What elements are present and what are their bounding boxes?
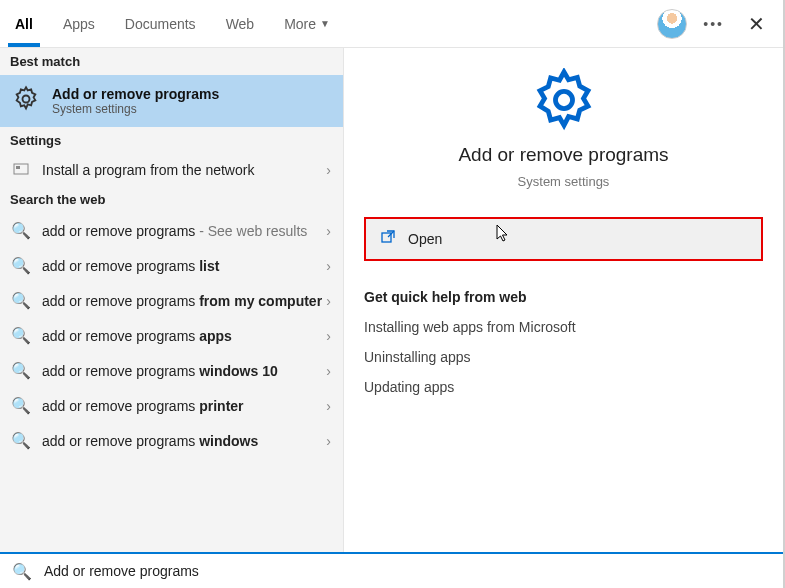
svg-point-3 — [555, 91, 572, 108]
best-match-subtitle: System settings — [52, 102, 219, 116]
web-result-text: add or remove programs list — [42, 258, 331, 274]
help-item-2[interactable]: Updating apps — [364, 379, 763, 395]
search-icon: 🔍 — [12, 396, 30, 415]
search-tabs: All Apps Documents Web More▼ — [0, 0, 345, 47]
open-button-label: Open — [408, 231, 442, 247]
search-input-text: Add or remove programs — [44, 563, 199, 579]
preview-title: Add or remove programs — [458, 144, 668, 166]
tab-documents[interactable]: Documents — [110, 0, 211, 47]
section-search-web: Search the web — [0, 186, 343, 213]
web-result-4[interactable]: 🔍 add or remove programs windows 10 › — [0, 353, 343, 388]
preview-subtitle: System settings — [518, 174, 610, 189]
search-icon: 🔍 — [12, 221, 30, 240]
tab-web[interactable]: Web — [211, 0, 270, 47]
search-icon: 🔍 — [12, 361, 30, 380]
chevron-right-icon: › — [326, 258, 331, 274]
best-match-item[interactable]: Add or remove programs System settings — [0, 75, 343, 127]
web-result-3[interactable]: 🔍 add or remove programs apps › — [0, 318, 343, 353]
web-result-6[interactable]: 🔍 add or remove programs windows › — [0, 423, 343, 458]
chevron-right-icon: › — [326, 363, 331, 379]
tab-apps[interactable]: Apps — [48, 0, 110, 47]
web-result-text: add or remove programs windows 10 — [42, 363, 331, 379]
help-header: Get quick help from web — [364, 289, 763, 305]
section-best-match: Best match — [0, 48, 343, 75]
search-icon: 🔍 — [12, 562, 32, 581]
gear-icon — [12, 85, 40, 117]
web-result-text: add or remove programs windows — [42, 433, 331, 449]
web-result-text: add or remove programs - See web results — [42, 223, 331, 239]
search-bar[interactable]: 🔍 Add or remove programs — [0, 552, 783, 588]
settings-item-label: Install a program from the network — [42, 162, 331, 178]
web-result-text: add or remove programs apps — [42, 328, 331, 344]
chevron-down-icon: ▼ — [320, 18, 330, 29]
more-options-icon[interactable]: ••• — [703, 16, 724, 32]
chevron-right-icon: › — [326, 223, 331, 239]
web-result-5[interactable]: 🔍 add or remove programs printer › — [0, 388, 343, 423]
help-item-1[interactable]: Uninstalling apps — [364, 349, 763, 365]
search-icon: 🔍 — [12, 256, 30, 275]
search-icon: 🔍 — [12, 291, 30, 310]
preview-panel: Add or remove programs System settings O… — [344, 48, 783, 552]
tab-more[interactable]: More▼ — [269, 0, 345, 47]
close-icon[interactable]: ✕ — [740, 12, 773, 36]
web-result-1[interactable]: 🔍 add or remove programs list › — [0, 248, 343, 283]
web-result-text: add or remove programs from my computer — [42, 293, 331, 309]
tab-all[interactable]: All — [0, 0, 48, 47]
chevron-right-icon: › — [326, 293, 331, 309]
top-bar: All Apps Documents Web More▼ ••• ✕ — [0, 0, 783, 48]
chevron-right-icon: › — [326, 162, 331, 178]
help-item-0[interactable]: Installing web apps from Microsoft — [364, 319, 763, 335]
chevron-right-icon: › — [326, 398, 331, 414]
search-icon: 🔍 — [12, 431, 30, 450]
svg-rect-2 — [16, 166, 20, 169]
open-button[interactable]: Open — [364, 217, 763, 261]
user-avatar[interactable] — [657, 9, 687, 39]
section-settings: Settings — [0, 127, 343, 154]
svg-point-0 — [23, 96, 30, 103]
best-match-title: Add or remove programs — [52, 86, 219, 102]
program-icon — [12, 162, 30, 178]
search-icon: 🔍 — [12, 326, 30, 345]
results-panel: Best match Add or remove programs System… — [0, 48, 344, 552]
chevron-right-icon: › — [326, 433, 331, 449]
gear-icon — [532, 68, 596, 136]
top-right-controls: ••• ✕ — [657, 9, 773, 39]
tab-more-label: More — [284, 16, 316, 32]
chevron-right-icon: › — [326, 328, 331, 344]
preview-hero: Add or remove programs System settings — [364, 68, 763, 189]
web-result-text: add or remove programs printer — [42, 398, 331, 414]
best-match-text: Add or remove programs System settings — [52, 86, 219, 116]
open-external-icon — [380, 229, 396, 249]
content-body: Best match Add or remove programs System… — [0, 48, 783, 552]
svg-rect-4 — [382, 233, 391, 242]
web-result-2[interactable]: 🔍 add or remove programs from my compute… — [0, 283, 343, 318]
web-result-0[interactable]: 🔍 add or remove programs - See web resul… — [0, 213, 343, 248]
settings-item-install-network[interactable]: Install a program from the network › — [0, 154, 343, 186]
